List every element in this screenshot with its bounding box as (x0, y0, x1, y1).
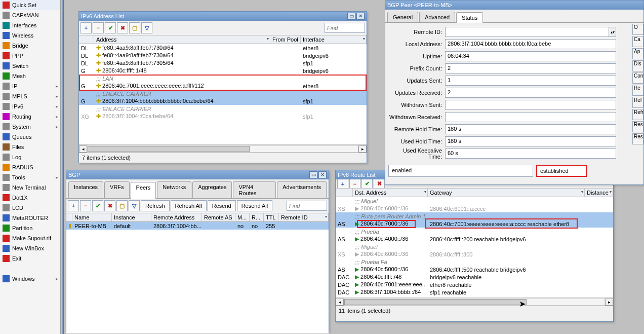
refresh-button[interactable]: Refresh (141, 200, 170, 211)
find-input[interactable] (325, 23, 365, 33)
enable-button[interactable]: ✔ (105, 22, 116, 33)
refreshall-button[interactable]: Refresh All (171, 200, 207, 211)
table-row[interactable]: DAC▶ 2806:40c:ffff::/48bridgeipv6 reacha… (336, 273, 613, 281)
enable-button[interactable]: ✔ (92, 200, 103, 211)
field-value[interactable]: 06:04:34 (445, 51, 616, 61)
menu-windows[interactable]: Windows ▸ (0, 274, 60, 284)
tab[interactable]: Advanced (419, 12, 455, 22)
field-value[interactable]: 1 (445, 76, 616, 86)
add-button[interactable]: + (68, 200, 79, 211)
side-button[interactable]: Com (632, 72, 643, 84)
menu-item[interactable]: MPLS▸ (0, 91, 60, 101)
grid-body[interactable]: DL✚ fe80::4aa9:8aff:feb7:730d/64ether8DL… (79, 44, 367, 144)
menu-item[interactable]: New Terminal (0, 182, 60, 193)
remove-button[interactable]: − (93, 22, 104, 33)
col-m[interactable]: M... (235, 213, 250, 221)
menu-item[interactable]: Switch (0, 61, 60, 71)
menu-item[interactable]: LCD (0, 203, 60, 213)
side-button[interactable]: Ap (632, 48, 643, 59)
col-r[interactable]: R... (250, 213, 264, 221)
disable-button[interactable]: ✖ (374, 179, 385, 189)
tab[interactable]: Peers (131, 182, 156, 199)
titlebar[interactable]: BGP Peer <PEER-to-MB> (385, 1, 643, 10)
field-value[interactable]: 2806:3f7:1004:bbbb:bbbb:bbbb:f0ca:bebe (445, 39, 616, 49)
table-row[interactable]: DL✚ fe80::4aa9:8aff:feb7:730d/64ether8 (79, 44, 367, 52)
table-comment[interactable]: ;;; Prueba (336, 228, 613, 235)
scroll-right[interactable]: ▸ (605, 299, 613, 306)
table-row[interactable]: XS▶ 2806:40c:6000::/362806:40c:ffff::300 (336, 250, 613, 258)
add-button[interactable]: + (80, 22, 92, 33)
menu-item[interactable]: MetaROUTER (0, 213, 60, 223)
menu-item[interactable]: Make Supout.rif (0, 233, 60, 243)
tab[interactable]: General (387, 12, 418, 22)
table-row[interactable]: AS▶ 2806:40c:4000::/362806:40c:ffff::200… (336, 235, 613, 243)
tab[interactable]: Instances (68, 181, 103, 198)
disable-button[interactable]: ✖ (117, 22, 128, 33)
updown-button[interactable]: ▴▾ (609, 27, 616, 37)
table-comment[interactable]: ;;; Ruta para Router Admin 1 (336, 212, 613, 220)
menu-item[interactable]: Bridge (0, 41, 60, 51)
titlebar[interactable]: IPv6 Address List ▭ ✕ (79, 12, 367, 21)
table-comment[interactable]: ;;; ENLACE CARRIER (79, 90, 367, 97)
scroll-left[interactable]: ◂ (79, 145, 87, 153)
scroll-left[interactable]: ◂ (336, 299, 344, 306)
add-button[interactable]: + (337, 179, 348, 189)
menu-item[interactable]: Interfaces (0, 20, 60, 30)
grid-body[interactable]: ;;; MiguelXS▶ 2806:40c:6000::/362806:40c… (336, 197, 613, 298)
side-button[interactable]: Ref (632, 97, 643, 108)
comment-button[interactable]: ▢ (116, 200, 128, 211)
table-row[interactable]: G✚ 2806:3f7:1004:bbbb:bbbb:bbbb:f0ca:beb… (79, 97, 367, 105)
menu-item[interactable]: System▸ (0, 122, 60, 132)
enable-button[interactable]: ✔ (361, 179, 373, 189)
side-button[interactable]: Refre (632, 109, 643, 120)
col-dist[interactable]: Distance▾ (585, 189, 613, 197)
resend-button[interactable]: Resend (208, 200, 236, 211)
field-value[interactable]: 180 s (445, 136, 616, 146)
menu-item[interactable]: Files (0, 142, 60, 152)
resendall-button[interactable]: Resend All (237, 200, 273, 211)
side-button[interactable]: Rese (632, 133, 643, 144)
tab[interactable]: Networks (157, 181, 191, 198)
menu-item[interactable]: Partition (0, 223, 60, 233)
close-button[interactable]: ✕ (356, 13, 365, 20)
col-instance[interactable]: Instance (112, 213, 151, 221)
table-row[interactable]: AS▶ 2806:40c:7000::/362806:40c:7001:eeee… (336, 220, 613, 228)
menu-item[interactable]: Mesh (0, 71, 60, 81)
find-input[interactable] (287, 201, 327, 211)
col-frompool[interactable]: From Pool (270, 35, 301, 44)
menu-item[interactable]: Exit (0, 253, 60, 264)
table-comment[interactable]: ;;; Miguel (336, 197, 613, 205)
table-row[interactable]: ▮PEER-to-MBdefault2806:3f7:1004:bb...non… (66, 222, 329, 230)
menu-item[interactable]: Quick Set (0, 0, 60, 10)
grid-body[interactable]: ▮PEER-to-MBdefault2806:3f7:1004:bb...non… (66, 222, 329, 333)
minimize-button[interactable]: ▭ (309, 171, 317, 178)
h-scroll[interactable]: ◂ ▸ (79, 144, 367, 153)
table-row[interactable]: G✚ 2806:40c:ffff::1/48bridgeipv6 (79, 67, 367, 75)
titlebar[interactable]: BGP ▭ ✕ (66, 170, 329, 179)
field-value[interactable] (445, 100, 616, 110)
field-value[interactable]: 2 (445, 88, 616, 98)
menu-item[interactable]: IP▸ (0, 81, 60, 91)
close-button[interactable]: ✕ (318, 171, 327, 178)
tab[interactable]: Status (456, 12, 483, 23)
field-value[interactable]: 180 s (445, 124, 616, 134)
tab[interactable]: VPN4 Routes (233, 181, 276, 198)
col-remoteas[interactable]: Remote AS (202, 213, 235, 221)
col-name[interactable]: Name (72, 213, 112, 221)
menu-item[interactable]: PPP (0, 51, 60, 61)
menu-item[interactable]: Dot1X (0, 193, 60, 203)
table-comment[interactable]: ;;; Prueba Fa (336, 258, 613, 266)
h-scroll[interactable]: ◂ ▸ (336, 298, 613, 306)
field-value[interactable] (445, 112, 616, 122)
menu-item[interactable]: Log (0, 152, 60, 162)
menu-item[interactable]: IPv6▸ (0, 101, 60, 112)
table-row[interactable]: XS▶ 2806:40c:6000::/362806:40c:6001::a:c… (336, 205, 613, 212)
field-value[interactable]: 60 s (445, 149, 616, 159)
table-row[interactable]: DAC▶ 2806:40c:7001:eeee:eee..ether8 reac… (336, 281, 613, 288)
menu-item[interactable]: New WinBox (0, 243, 60, 253)
field-value[interactable]: 2 (445, 63, 616, 73)
remove-button[interactable]: − (80, 200, 91, 211)
side-button[interactable]: Re (632, 85, 643, 96)
menu-item[interactable]: Routing▸ (0, 112, 60, 122)
remove-button[interactable]: − (349, 179, 360, 189)
